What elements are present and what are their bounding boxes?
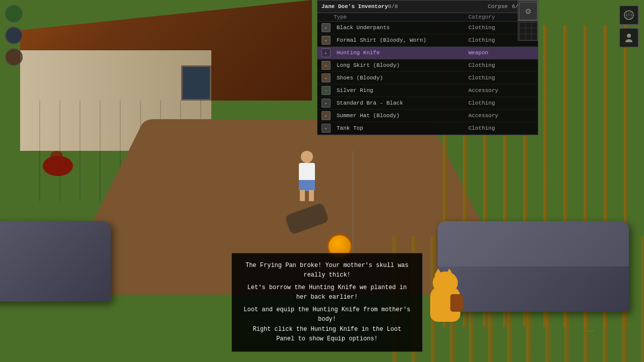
item-cat-ring: Accessory <box>468 87 534 94</box>
hud-health-indicators <box>5 5 23 66</box>
item-cat-tank-top: Clothing <box>468 125 534 131</box>
svg-point-4 <box>627 34 631 38</box>
char-leg-left <box>300 190 305 201</box>
col-type: Type <box>334 14 468 20</box>
inventory-header: Jane Doe's Inventory 0/8 Corpse 6/8 <box>317 1 538 13</box>
col-icon <box>321 14 334 20</box>
item-icon-ring: ○ <box>321 86 331 95</box>
item-name-underpants: Black Underpants <box>334 25 468 31</box>
item-name-formal-shirt: Formal Shirt (Bloody, Worn) <box>334 37 468 43</box>
dialog-line-3: Loot and equip the Hunting Knife from mo… <box>242 305 412 344</box>
stress-circle <box>5 48 23 66</box>
inventory-item-8[interactable]: ▪ Tank Top Clothing <box>317 122 538 135</box>
item-cat-shoes: Clothing <box>468 75 534 81</box>
svg-rect-9 <box>519 22 537 40</box>
cat-mascot <box>425 272 465 322</box>
item-name-ring: Silver Ring <box>334 87 468 94</box>
vehicle-right <box>438 221 629 312</box>
inventory-item-1[interactable]: ▪ Formal Shirt (Bloody, Worn) Clothing <box>317 34 538 47</box>
inventory-item-4[interactable]: ▪ Shoes (Bloody) Clothing <box>317 72 538 84</box>
item-icon-bra: ▪ <box>321 99 331 108</box>
character-button[interactable] <box>619 28 639 48</box>
item-icon-hat: ▪ <box>321 111 331 120</box>
item-name-bra: Standard Bra - Black <box>334 100 468 106</box>
dialog-line-2: Let's borrow the Hunting Knife we plante… <box>242 283 412 302</box>
cat-backpack <box>450 294 463 312</box>
pole <box>352 151 354 251</box>
item-name-long-skirt: Long Skirt (Bloody) <box>334 62 468 68</box>
inventory-panel: Jane Doe's Inventory 0/8 Corpse 6/8 Type… <box>317 0 538 135</box>
item-name-shoes: Shoes (Bloody) <box>334 75 468 81</box>
inventory-corner-icon-bottom <box>518 21 538 41</box>
corpse-label: Corpse <box>488 4 508 10</box>
inventory-emblem-icon: ⚙ <box>518 1 538 21</box>
inventory-item-6[interactable]: ▪ Standard Bra - Black Clothing <box>317 97 538 110</box>
inventory-item-3[interactable]: ▪ Long Skirt (Bloody) Clothing <box>317 59 538 72</box>
inventory-item-5[interactable]: ○ Silver Ring Accessory <box>317 84 538 97</box>
item-cat-bra: Clothing <box>468 100 534 106</box>
vehicle-left <box>0 221 111 302</box>
item-name-hat: Summer Hat (Bloody) <box>334 113 468 119</box>
item-icon-long-skirt: ▪ <box>321 61 331 70</box>
inventory-corner-icon-top: ⚙ <box>518 1 538 21</box>
char-body <box>299 163 315 182</box>
inventory-item-2[interactable]: ▸ Hunting Knife Weapon <box>317 47 538 59</box>
inventory-item-0[interactable]: ▪ Black Underpants Clothing <box>317 22 538 34</box>
item-cat-hunting-knife: Weapon <box>468 50 534 56</box>
item-icon-formal-shirt: ▪ <box>321 36 331 45</box>
item-cat-long-skirt: Clothing <box>468 62 534 68</box>
item-icon-hunting-knife: ▸ <box>321 48 331 57</box>
inventory-column-headers: Type Category <box>317 13 538 22</box>
map-icon <box>623 10 634 21</box>
grass-tuft: 〰 <box>586 327 594 337</box>
char-head <box>301 151 313 163</box>
health-circle <box>5 5 23 23</box>
char-leg-right <box>309 190 314 201</box>
item-icon-underpants: ▪ <box>321 23 331 32</box>
character-icon <box>623 32 634 43</box>
hud-buttons <box>619 5 639 48</box>
item-name-tank-top: Tank Top <box>334 125 468 131</box>
char-shorts <box>299 180 315 191</box>
stamina-circle <box>5 27 23 44</box>
item-name-hunting-knife: Hunting Knife <box>334 50 468 56</box>
player-character <box>292 151 322 201</box>
inventory-counter: 0/8 <box>388 4 398 10</box>
item-icon-shoes: ▪ <box>321 73 331 82</box>
inventory-title: Jane Doe's Inventory <box>321 4 388 10</box>
item-icon-tank-top: ▪ <box>321 124 331 133</box>
inventory-item-7[interactable]: ▪ Summer Hat (Bloody) Accessory <box>317 110 538 122</box>
item-cat-hat: Accessory <box>468 113 534 119</box>
dialog-box: The Frying Pan broke! Your mother's skul… <box>231 253 423 352</box>
barn-window <box>181 65 211 101</box>
dialog-line-1: The Frying Pan broke! Your mother's skul… <box>242 261 412 280</box>
blood-stain <box>43 156 73 176</box>
map-button[interactable] <box>619 5 639 25</box>
inventory-grid-icon <box>518 21 538 41</box>
svg-text:⚙: ⚙ <box>526 7 531 17</box>
